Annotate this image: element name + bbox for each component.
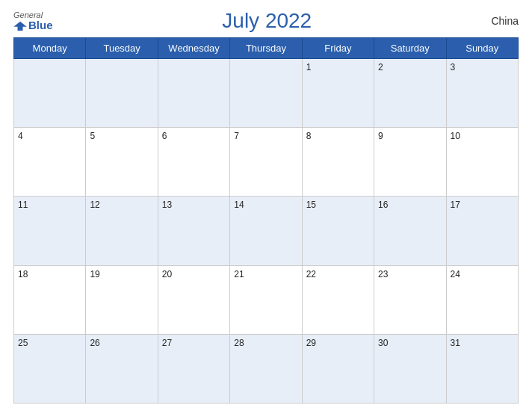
weekday-header: Tuesday <box>86 38 158 59</box>
weekday-header: Sunday <box>446 38 518 59</box>
logo-bird-icon <box>13 20 27 31</box>
calendar-day-cell: 12 <box>86 197 158 265</box>
weekday-header: Wednesday <box>158 38 229 59</box>
calendar-week-row: 123 <box>14 59 519 128</box>
day-number: 22 <box>306 269 316 279</box>
day-number: 7 <box>234 131 239 141</box>
calendar-day-cell: 26 <box>86 334 158 403</box>
calendar-day-cell: 1 <box>302 59 374 128</box>
day-number: 31 <box>451 338 460 348</box>
calendar-day-cell: 16 <box>374 197 446 265</box>
country-label: China <box>481 15 519 27</box>
calendar-day-cell: 17 <box>446 197 518 265</box>
calendar-week-row: 45678910 <box>14 128 519 197</box>
day-number: 11 <box>18 200 28 210</box>
calendar-day-cell: 19 <box>86 265 158 334</box>
day-number: 5 <box>90 131 95 141</box>
weekday-header: Thursday <box>230 38 302 59</box>
calendar-day-cell: 14 <box>230 197 302 265</box>
calendar-day-cell: 3 <box>446 59 518 128</box>
day-number: 20 <box>162 269 172 279</box>
calendar-title: July 2022 <box>53 9 481 33</box>
day-number: 8 <box>306 131 312 141</box>
day-number: 12 <box>90 200 99 210</box>
calendar-day-cell <box>86 59 158 128</box>
calendar-day-cell <box>158 59 229 128</box>
weekday-header: Saturday <box>374 38 446 59</box>
day-number: 28 <box>234 338 244 348</box>
calendar-day-cell: 25 <box>14 334 86 403</box>
calendar-day-cell: 18 <box>14 265 86 334</box>
calendar-day-cell: 8 <box>302 128 374 197</box>
day-number: 2 <box>378 62 383 72</box>
day-number: 24 <box>451 269 460 279</box>
calendar-day-cell: 11 <box>14 197 86 265</box>
calendar-day-cell: 29 <box>302 334 374 403</box>
day-number: 1 <box>306 62 312 72</box>
logo: General Blue <box>13 11 53 31</box>
weekday-header: Friday <box>302 38 374 59</box>
day-number: 30 <box>378 338 388 348</box>
calendar-day-cell: 4 <box>14 128 86 197</box>
day-number: 26 <box>90 338 99 348</box>
day-number: 18 <box>18 269 28 279</box>
weekday-header: Monday <box>14 38 86 59</box>
calendar-table: MondayTuesdayWednesdayThursdayFridaySatu… <box>13 37 519 404</box>
calendar-day-cell: 10 <box>446 128 518 197</box>
day-number: 29 <box>306 338 316 348</box>
calendar-day-cell: 20 <box>158 265 229 334</box>
day-number: 15 <box>306 200 316 210</box>
calendar-day-cell: 30 <box>374 334 446 403</box>
day-number: 19 <box>90 269 99 279</box>
calendar-day-cell <box>14 59 86 128</box>
day-number: 17 <box>451 200 460 210</box>
calendar-week-row: 25262728293031 <box>14 334 519 403</box>
logo-blue-text: Blue <box>13 19 53 31</box>
calendar-day-cell: 5 <box>86 128 158 197</box>
calendar-day-cell: 31 <box>446 334 518 403</box>
calendar-day-cell: 2 <box>374 59 446 128</box>
day-number: 14 <box>234 200 244 210</box>
day-number: 3 <box>451 62 456 72</box>
day-number: 10 <box>451 131 460 141</box>
day-number: 6 <box>162 131 167 141</box>
calendar-day-cell <box>230 59 302 128</box>
day-number: 4 <box>18 131 23 141</box>
day-number: 9 <box>378 131 383 141</box>
calendar-day-cell: 15 <box>302 197 374 265</box>
calendar-day-cell: 23 <box>374 265 446 334</box>
calendar-day-cell: 27 <box>158 334 229 403</box>
calendar-day-cell: 9 <box>374 128 446 197</box>
weekday-header-row: MondayTuesdayWednesdayThursdayFridaySatu… <box>14 38 519 59</box>
day-number: 25 <box>18 338 28 348</box>
calendar-day-cell: 22 <box>302 265 374 334</box>
day-number: 27 <box>162 338 172 348</box>
calendar-day-cell: 6 <box>158 128 229 197</box>
calendar-day-cell: 24 <box>446 265 518 334</box>
calendar-day-cell: 7 <box>230 128 302 197</box>
calendar-week-row: 11121314151617 <box>14 197 519 265</box>
svg-marker-0 <box>13 21 27 30</box>
day-number: 21 <box>234 269 244 279</box>
day-number: 13 <box>162 200 172 210</box>
calendar-day-cell: 13 <box>158 197 229 265</box>
calendar-header: General Blue July 2022 China <box>13 7 519 34</box>
calendar-week-row: 18192021222324 <box>14 265 519 334</box>
day-number: 23 <box>378 269 388 279</box>
calendar-day-cell: 21 <box>230 265 302 334</box>
day-number: 16 <box>378 200 388 210</box>
calendar-day-cell: 28 <box>230 334 302 403</box>
